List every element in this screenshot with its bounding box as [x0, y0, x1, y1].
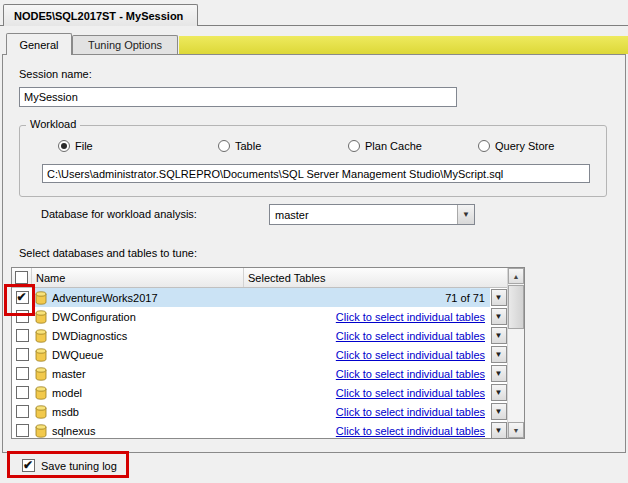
- row-dropdown-button[interactable]: ▼: [491, 289, 507, 306]
- row-dropdown-button[interactable]: ▼: [491, 346, 507, 363]
- session-document-tab-label: NODE5\SQL2017ST - MySession: [14, 10, 183, 22]
- workload-groupbox: Workload File Table Plan Cache Query Sto…: [19, 125, 607, 197]
- table-scrollbar[interactable]: ▲ ▼: [507, 268, 524, 438]
- row-dropdown-button[interactable]: ▼: [491, 365, 507, 382]
- database-icon: [34, 310, 48, 324]
- session-document-tab[interactable]: NODE5\SQL2017ST - MySession: [3, 4, 198, 26]
- radio-file-label: File: [75, 140, 93, 152]
- column-header-name[interactable]: Name: [32, 268, 244, 287]
- annotation-box-row-checkbox: [4, 284, 35, 316]
- table-row[interactable]: DWDiagnostics Click to select individual…: [12, 326, 524, 345]
- tab-general[interactable]: General: [6, 33, 72, 55]
- database-analysis-dropdown[interactable]: master ▼: [269, 204, 475, 225]
- database-name: DWDiagnostics: [52, 330, 127, 342]
- select-tables-link[interactable]: Click to select individual tables: [336, 387, 485, 399]
- scroll-up-icon[interactable]: ▲: [508, 268, 524, 284]
- tab-tuning-options[interactable]: Tuning Options: [72, 35, 178, 54]
- row-checkbox[interactable]: [16, 329, 29, 342]
- database-name: AdventureWorks2017: [52, 292, 158, 304]
- database-icon: [34, 386, 48, 400]
- radio-plan-cache-circle[interactable]: [348, 140, 360, 152]
- database-icon: [34, 291, 48, 305]
- workload-file-path-input[interactable]: [42, 164, 590, 183]
- workload-group-label: Workload: [26, 118, 80, 130]
- row-dropdown-button[interactable]: ▼: [491, 384, 507, 401]
- databases-table: Name Selected Tables AdventureWorks2017 …: [11, 267, 525, 439]
- row-checkbox[interactable]: [16, 405, 29, 418]
- selected-tables-count: 71 of 71: [445, 292, 485, 304]
- select-tables-link[interactable]: Click to select individual tables: [336, 330, 485, 342]
- row-checkbox[interactable]: [16, 386, 29, 399]
- radio-file[interactable]: File: [58, 140, 93, 152]
- row-checkbox[interactable]: [16, 424, 29, 437]
- scrollbar-thumb[interactable]: [508, 285, 524, 329]
- tune-section-label: Select databases and tables to tune:: [19, 247, 197, 259]
- table-row[interactable]: AdventureWorks2017 71 of 71 ▼: [12, 288, 524, 307]
- row-checkbox[interactable]: [16, 367, 29, 380]
- row-dropdown-button[interactable]: ▼: [491, 403, 507, 420]
- database-icon: [34, 367, 48, 381]
- radio-table-label: Table: [235, 140, 261, 152]
- radio-plan-cache[interactable]: Plan Cache: [348, 140, 422, 152]
- select-tables-link[interactable]: Click to select individual tables: [336, 349, 485, 361]
- tab-general-label: General: [19, 39, 58, 51]
- table-row[interactable]: master Click to select individual tables…: [12, 364, 524, 383]
- database-icon: [34, 348, 48, 362]
- table-row[interactable]: sqlnexus Click to select individual tabl…: [12, 421, 524, 439]
- radio-table[interactable]: Table: [218, 140, 261, 152]
- radio-plan-cache-label: Plan Cache: [365, 140, 422, 152]
- table-row[interactable]: DWConfiguration Click to select individu…: [12, 307, 524, 326]
- database-icon: [34, 424, 48, 438]
- database-name: master: [52, 368, 86, 380]
- select-tables-link[interactable]: Click to select individual tables: [336, 311, 485, 323]
- database-name: DWConfiguration: [52, 311, 136, 323]
- chevron-down-icon[interactable]: ▼: [457, 205, 474, 224]
- table-row[interactable]: model Click to select individual tables …: [12, 383, 524, 402]
- tab-tuning-options-label: Tuning Options: [88, 39, 162, 51]
- tuning-advisor-window: NODE5\SQL2017ST - MySession General Tuni…: [0, 0, 628, 483]
- radio-query-store[interactable]: Query Store: [478, 140, 554, 152]
- table-row[interactable]: DWQueue Click to select individual table…: [12, 345, 524, 364]
- radio-table-circle[interactable]: [218, 140, 230, 152]
- tab-strip-accent: [179, 36, 628, 54]
- database-name: model: [52, 387, 82, 399]
- scroll-down-icon[interactable]: ▼: [508, 422, 524, 438]
- annotation-box-save-tuning-log: [7, 451, 129, 478]
- table-row[interactable]: msdb Click to select individual tables ▼: [12, 402, 524, 421]
- radio-query-store-label: Query Store: [495, 140, 554, 152]
- session-name-label: Session name:: [19, 68, 92, 80]
- general-tab-panel: Session name: Workload File Table Plan C…: [2, 54, 626, 453]
- column-header-selected-tables[interactable]: Selected Tables: [244, 268, 524, 287]
- row-dropdown-button[interactable]: ▼: [491, 422, 507, 439]
- database-icon: [34, 405, 48, 419]
- select-tables-link[interactable]: Click to select individual tables: [336, 368, 485, 380]
- database-name: DWQueue: [52, 349, 103, 361]
- table-header-row: Name Selected Tables: [12, 268, 524, 288]
- database-name: sqlnexus: [52, 425, 95, 437]
- row-checkbox[interactable]: [16, 348, 29, 361]
- database-name: msdb: [52, 406, 79, 418]
- row-dropdown-button[interactable]: ▼: [491, 308, 507, 325]
- select-tables-link[interactable]: Click to select individual tables: [336, 406, 485, 418]
- session-name-input[interactable]: [19, 87, 457, 107]
- database-analysis-label: Database for workload analysis:: [41, 208, 197, 220]
- database-icon: [34, 329, 48, 343]
- radio-query-store-circle[interactable]: [478, 140, 490, 152]
- row-dropdown-button[interactable]: ▼: [491, 327, 507, 344]
- radio-file-circle[interactable]: [58, 140, 70, 152]
- select-tables-link[interactable]: Click to select individual tables: [336, 425, 485, 437]
- database-analysis-dropdown-value: master: [270, 209, 457, 221]
- select-all-checkbox[interactable]: [15, 271, 28, 284]
